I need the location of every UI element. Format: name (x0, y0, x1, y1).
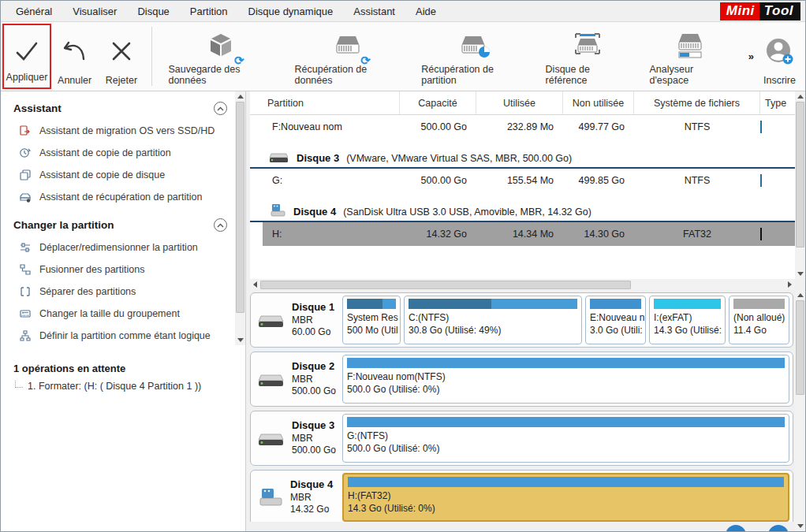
partition-block-system-reserved[interactable]: System Res 500 Mo (Util (342, 296, 401, 344)
data-recovery-button[interactable]: ⟳ Récupération de données (285, 22, 412, 91)
move-resize-icon (19, 241, 32, 254)
scroll-up-button[interactable] (795, 290, 805, 300)
partition-row-g[interactable]: G: 500.00 Go 155.54 Mo 499.85 Go NTFS (250, 169, 795, 192)
partition-block-i[interactable]: I:(exFAT) 14.3 Go (Utilisé: (649, 296, 726, 344)
disk-scheme: MBR (290, 492, 333, 504)
drive-refresh-icon: ⟳ (330, 27, 365, 64)
table-vertical-scrollbar[interactable] (795, 91, 805, 279)
scroll-down-button[interactable] (795, 269, 805, 279)
disk-name: Disque 3 (292, 419, 336, 433)
disk2-label[interactable]: Disque 2 MBR 500.00 Go (254, 355, 342, 404)
disk-benchmark-button[interactable]: Disque de référence (535, 22, 640, 91)
disk3-label[interactable]: Disque 3 MBR 500.00 Go (254, 414, 342, 463)
hdd-icon (269, 151, 289, 164)
disk-group-row-disque3[interactable]: Disque 3 (VMware, VMware Virtual S SAS, … (250, 139, 795, 169)
disk4-label[interactable]: Disque 4 MBR 14.32 Go (254, 473, 342, 522)
tree-branch-icon (15, 381, 23, 388)
disk1-label[interactable]: Disque 1 MBR 60.00 Go (254, 296, 342, 344)
partition-block-g[interactable]: G:(NTFS) 500.0 Go (Utilisé: 0%) (342, 414, 789, 463)
menu-disque[interactable]: Disque (127, 2, 179, 20)
sidebar-item-copy-partition[interactable]: Assistant de copie de partition (1, 142, 235, 164)
item-label: Séparer des partitions (39, 286, 136, 297)
scrollbar-thumb[interactable] (796, 300, 804, 395)
toolbar-overflow-button[interactable]: » (745, 50, 757, 62)
space-analyzer-button[interactable]: Analyseur d'espace (640, 22, 741, 91)
sidebar-item-copy-disk[interactable]: Assistant de copie de disque (1, 164, 235, 186)
partition-recovery-label: Récupération de partition (421, 64, 524, 86)
sidebar-item-migrate-os[interactable]: Assistant de migration OS vers SSD/HD (1, 120, 235, 142)
toolbar-separator (151, 27, 152, 86)
register-button[interactable]: Inscrire (757, 22, 802, 91)
discard-button[interactable]: Rejeter (98, 22, 144, 91)
cell-partition-name: H: (263, 229, 400, 240)
sidebar-item-set-logical[interactable]: Définir la partition comme étant logique (1, 325, 235, 347)
diskmap-vertical-scrollbar[interactable] (795, 290, 805, 531)
floating-action-icon[interactable] (726, 525, 746, 531)
sidebar-item-cluster-size[interactable]: Changer la taille du groupement (1, 303, 235, 325)
partition-info: 500.0 Go (Utilisé: 0%) (347, 442, 785, 455)
disk-size: 500.00 Go (292, 445, 336, 457)
collapse-icon[interactable] (214, 218, 227, 232)
header-unused[interactable]: Non utilisée (563, 91, 634, 114)
cell-unused: 14.30 Go (563, 229, 634, 240)
partition-block-f[interactable]: F:Nouveau nom(NTFS) 500.0 Go (Utilisé: 0… (342, 355, 789, 404)
scrollbar-thumb[interactable] (260, 281, 631, 289)
usage-bar (733, 299, 785, 309)
toolbar: Appliquer Annuler Rejeter ⟳ (1, 22, 805, 91)
partition-block-h-selected[interactable]: H:(FAT32) 14.3 Go (Utilisé: 0%) (342, 473, 789, 522)
undo-button[interactable]: Annuler (51, 22, 98, 91)
floating-action-icon[interactable] (768, 525, 789, 531)
data-backup-button[interactable]: ⟳ Sauvegarde des données (158, 22, 284, 91)
header-used[interactable]: Utilisée (476, 91, 563, 114)
disk-size: 500.00 Go (292, 385, 336, 398)
menu-visualiser[interactable]: Visualiser (62, 2, 127, 20)
header-type[interactable]: Type (760, 91, 795, 114)
scroll-down-button[interactable] (235, 335, 245, 345)
scroll-up-button[interactable] (235, 91, 245, 102)
menu-disque-dynamique[interactable]: Disque dynamique (238, 2, 344, 20)
scroll-down-button[interactable] (795, 521, 805, 531)
partition-row-f[interactable]: F:Nouveau nom 500.00 Go 232.89 Mo 499.77… (250, 115, 795, 139)
item-label: Définir la partition comme étant logique (39, 330, 211, 341)
disk-benchmark-label: Disque de référence (546, 64, 629, 86)
sidebar-scrollbar[interactable] (235, 91, 245, 345)
scrollbar-thumb[interactable] (236, 102, 244, 313)
bottom-strip (250, 522, 795, 531)
table-horizontal-scrollbar[interactable] (250, 279, 795, 290)
scrollbar-thumb[interactable] (796, 102, 804, 247)
drive-benchmark-icon (569, 27, 606, 64)
header-filesystem[interactable]: Système de fichiers (634, 91, 760, 114)
disk-group-row-disque4[interactable]: Disque 4 (SanDisk Ultra USB 3.0 USB, Amo… (250, 192, 795, 222)
sidebar-item-merge-partitions[interactable]: Fusionner des partitions (1, 259, 235, 281)
partition-block-e[interactable]: E:Nouveau n 3.0 Go (Utili: (585, 296, 646, 344)
register-label: Inscrire (763, 75, 796, 86)
refresh-badge-icon: ⟳ (234, 54, 244, 66)
drive-analyzer-icon (673, 27, 707, 64)
sidebar: Assistant Assistant de migration OS vers… (1, 91, 246, 531)
apply-button[interactable]: Appliquer (2, 24, 51, 89)
menu-aide[interactable]: Aide (405, 2, 446, 20)
sidebar-item-recover-partition[interactable]: Assistant de récupération de partition (1, 186, 235, 208)
sidebar-item-move-resize[interactable]: Déplacer/redimensionner la partition (1, 236, 235, 259)
scroll-left-button[interactable] (250, 280, 260, 290)
collapse-icon[interactable] (214, 102, 227, 115)
menu-partition[interactable]: Partition (180, 2, 238, 20)
header-partition[interactable]: Partition (263, 91, 400, 114)
disk-box-2: Disque 2 MBR 500.00 Go F (250, 352, 793, 407)
pending-operation-item[interactable]: 1. Formater: (H: ( Disque 4 Partition 1 … (1, 378, 235, 395)
header-capacity[interactable]: Capacité (400, 91, 476, 114)
partition-info: 500.0 Go (Utilisé: 0%) (347, 383, 785, 396)
scroll-right-button[interactable] (785, 280, 795, 290)
partition-block-c[interactable]: C:(NTFS) 30.8 Go (Utilisé: 49%) (404, 296, 582, 344)
partition-row-h-selected[interactable]: H: 14.32 Go 14.34 Mo 14.30 Go FAT32 (250, 222, 795, 246)
drive-pie-icon (456, 27, 491, 64)
usage-bar (654, 299, 721, 309)
sidebar-item-split-partition[interactable]: Séparer des partitions (1, 281, 235, 303)
scroll-up-button[interactable] (795, 91, 805, 102)
menu-assistant[interactable]: Assistant (343, 2, 405, 20)
partition-name: F:Nouveau nom(NTFS) (347, 370, 785, 383)
partition-block-unallocated[interactable]: (Non alloué) 11.4 Go (729, 296, 789, 344)
partition-recovery-button[interactable]: Récupération de partition (411, 22, 535, 91)
undo-label: Annuler (58, 75, 91, 86)
menu-general[interactable]: Général (6, 2, 62, 20)
